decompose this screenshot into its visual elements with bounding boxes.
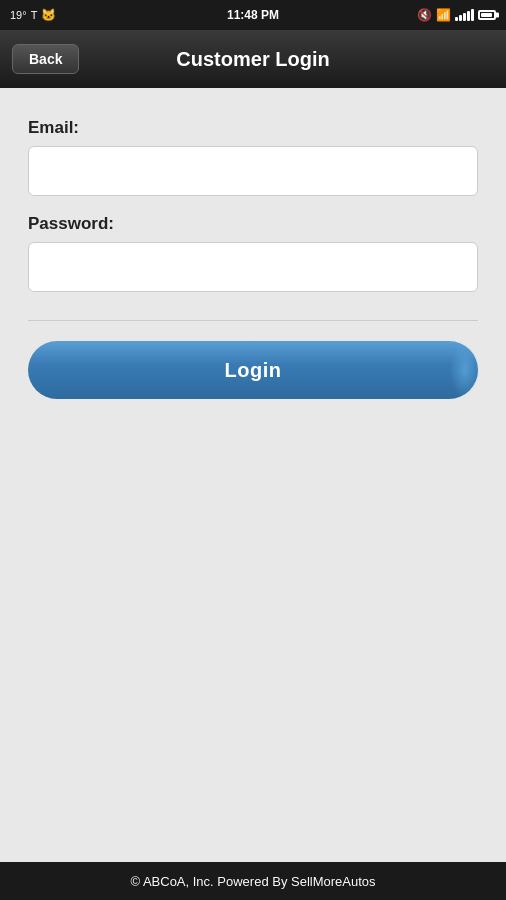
footer-text: © ABCoA, Inc. Powered By SellMoreAutos <box>130 874 375 889</box>
page-title: Customer Login <box>176 48 329 71</box>
mute-icon: 🔇 <box>417 8 432 22</box>
battery-icon <box>478 10 496 20</box>
status-bar-right: 🔇 📶 <box>417 8 496 22</box>
footer: © ABCoA, Inc. Powered By SellMoreAutos <box>0 862 506 900</box>
email-label: Email: <box>28 118 478 138</box>
password-input[interactable] <box>28 242 478 292</box>
email-input[interactable] <box>28 146 478 196</box>
status-bar-left: 19° T 🐱 <box>10 8 56 22</box>
sim-icon: T <box>31 9 38 21</box>
wifi-icon: 📶 <box>436 8 451 22</box>
login-button[interactable]: Login <box>28 341 478 399</box>
password-label: Password: <box>28 214 478 234</box>
action-bar: Back Customer Login <box>0 30 506 88</box>
status-bar: 19° T 🐱 11:48 PM 🔇 📶 <box>0 0 506 30</box>
status-time: 11:48 PM <box>227 8 279 22</box>
app-icon: 🐱 <box>41 8 56 22</box>
signal-icon <box>455 9 474 21</box>
divider <box>28 320 478 321</box>
back-button[interactable]: Back <box>12 44 79 74</box>
main-content: Email: Password: Login <box>0 88 506 862</box>
temperature-indicator: 19° <box>10 9 27 21</box>
